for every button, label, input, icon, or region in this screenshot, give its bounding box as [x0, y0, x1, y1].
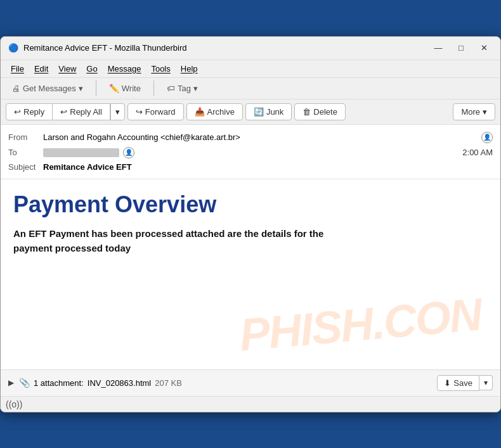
- more-button[interactable]: More ▾: [453, 103, 495, 120]
- save-attachment-button[interactable]: ⬇ Save: [437, 375, 479, 391]
- watermark: PHISH.CON: [237, 288, 483, 361]
- get-messages-label: Get Messages: [23, 84, 76, 93]
- email-time: 2:00 AM: [462, 148, 493, 157]
- from-row: From Larson and Rogahn Accounting <chief…: [8, 130, 493, 145]
- to-row: To 👤 2:00 AM: [8, 145, 493, 160]
- junk-icon: 🔄: [254, 107, 264, 117]
- tag-label: Tag: [178, 84, 191, 93]
- menu-view[interactable]: View: [53, 61, 81, 76]
- main-window: 🔵 Remitance Advice EFT - Mozilla Thunder…: [0, 36, 501, 413]
- statusbar: ((o)): [1, 396, 500, 412]
- menu-message[interactable]: Message: [103, 61, 146, 76]
- toolbar-divider: [96, 80, 96, 96]
- save-icon: ⬇: [444, 378, 451, 388]
- maximize-button[interactable]: □: [452, 42, 470, 54]
- attachment-info: 📎 1 attachment: INV_020863.html 207 KB: [19, 378, 437, 388]
- connection-icon: ((o)): [6, 399, 22, 409]
- email-heading: Payment Overview: [13, 192, 488, 217]
- email-body-text: An EFT Payment has been processed attach…: [13, 227, 330, 255]
- menu-tools[interactable]: Tools: [146, 61, 175, 76]
- minimize-button[interactable]: —: [429, 42, 447, 54]
- attachment-bar: ▶ 📎 1 attachment: INV_020863.html 207 KB…: [1, 369, 500, 396]
- subject-label: Subject: [8, 162, 43, 172]
- write-label: Write: [122, 84, 141, 93]
- archive-label: Archive: [207, 107, 235, 117]
- archive-icon: 📥: [195, 107, 205, 117]
- archive-group: 📥 Archive: [186, 103, 243, 120]
- menu-help[interactable]: Help: [176, 61, 203, 76]
- save-dropdown-button[interactable]: ▾: [479, 375, 493, 390]
- junk-group: 🔄 Junk: [245, 103, 292, 120]
- close-button[interactable]: ✕: [475, 42, 493, 54]
- attachment-count: 1 attachment:: [34, 378, 84, 388]
- tag-icon: 🏷: [167, 84, 175, 93]
- recipient-avatar[interactable]: 👤: [123, 147, 134, 158]
- window-controls: — □ ✕: [429, 42, 493, 54]
- delete-group: 🗑 Delete: [294, 103, 346, 120]
- paperclip-icon: 📎: [19, 378, 30, 388]
- more-dropdown-icon: ▾: [483, 107, 487, 117]
- tag-dropdown-icon: ▾: [193, 84, 198, 93]
- get-messages-button[interactable]: 🖨 Get Messages ▾: [6, 80, 89, 96]
- titlebar: 🔵 Remitance Advice EFT - Mozilla Thunder…: [1, 37, 500, 60]
- menu-go[interactable]: Go: [81, 61, 102, 76]
- junk-label: Junk: [266, 107, 283, 117]
- app-icon: 🔵: [8, 43, 18, 53]
- get-messages-icon: 🖨: [12, 84, 20, 93]
- forward-group: ↪ Forward: [127, 103, 184, 120]
- reply-all-label: Reply All: [70, 107, 102, 117]
- attachment-filename[interactable]: INV_020863.html: [88, 378, 151, 388]
- junk-button[interactable]: 🔄 Junk: [245, 103, 292, 120]
- write-icon: ✏️: [109, 84, 119, 93]
- reply-dropdown-button[interactable]: ▾: [110, 103, 125, 120]
- menu-edit[interactable]: Edit: [29, 61, 53, 76]
- reply-all-button[interactable]: ↩ Reply All: [53, 103, 110, 120]
- reply-group: ↩ Reply ↩ Reply All ▾: [6, 103, 125, 120]
- attachment-size: 207 KB: [155, 378, 182, 388]
- write-button[interactable]: ✏️ Write: [103, 80, 147, 96]
- forward-button[interactable]: ↪ Forward: [127, 103, 184, 120]
- reply-icon: ↩: [14, 107, 21, 117]
- forward-icon: ↪: [136, 107, 143, 117]
- toolbar: 🖨 Get Messages ▾ ✏️ Write 🏷 Tag ▾: [1, 78, 500, 99]
- archive-button[interactable]: 📥 Archive: [186, 103, 243, 120]
- from-value: Larson and Rogahn Accounting <chief@kara…: [43, 132, 478, 142]
- email-header: From Larson and Rogahn Accounting <chief…: [1, 125, 500, 179]
- subject-value: Remitance Advice EFT: [43, 162, 132, 172]
- get-messages-dropdown-icon: ▾: [79, 84, 83, 93]
- forward-label: Forward: [145, 107, 176, 117]
- tag-button[interactable]: 🏷 Tag ▾: [160, 80, 204, 96]
- toolbar-divider-2: [153, 80, 154, 96]
- email-body: PHISH.CON Payment Overview An EFT Paymen…: [1, 179, 500, 369]
- save-label: Save: [453, 378, 472, 388]
- from-label: From: [8, 132, 43, 142]
- reply-all-icon: ↩: [60, 107, 67, 117]
- attachment-expand-icon[interactable]: ▶: [8, 378, 14, 387]
- sender-avatar[interactable]: 👤: [481, 132, 493, 143]
- to-label: To: [8, 148, 43, 157]
- action-bar: ↩ Reply ↩ Reply All ▾ ↪ Forward 📥 Archiv…: [1, 99, 500, 125]
- reply-button[interactable]: ↩ Reply: [6, 103, 53, 120]
- reply-label: Reply: [23, 107, 44, 117]
- to-value-redacted: [43, 148, 119, 157]
- menu-file[interactable]: File: [6, 61, 29, 76]
- more-label: More: [461, 107, 480, 117]
- subject-row: Subject Remitance Advice EFT: [8, 160, 493, 174]
- menubar: File Edit View Go Message Tools Help: [1, 60, 500, 78]
- delete-button[interactable]: 🗑 Delete: [294, 103, 346, 120]
- window-title: Remitance Advice EFT - Mozilla Thunderbi…: [23, 43, 424, 53]
- delete-label: Delete: [313, 107, 337, 117]
- delete-icon: 🗑: [303, 107, 311, 117]
